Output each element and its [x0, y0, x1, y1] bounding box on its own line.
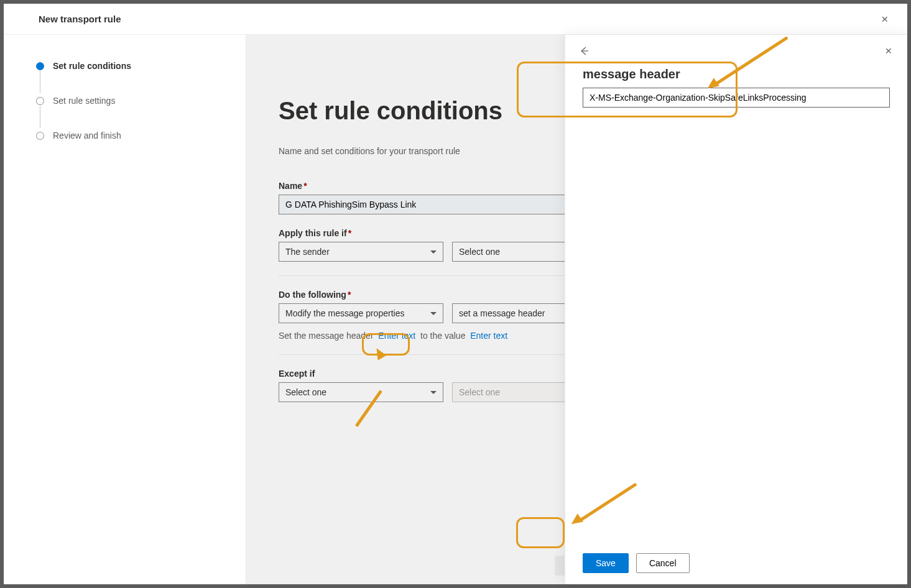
back-icon[interactable]: [574, 41, 594, 61]
action-select[interactable]: Modify the message properties: [279, 303, 443, 323]
step-dot-icon: [36, 62, 44, 70]
step-review-and-finish[interactable]: Review and finish: [36, 128, 221, 143]
flyout-title: message header: [583, 67, 890, 81]
step-label: Review and finish: [53, 131, 121, 140]
save-button[interactable]: Save: [583, 553, 629, 573]
step-label: Set rule settings: [53, 96, 115, 106]
enter-header-value-link[interactable]: Enter text: [470, 331, 507, 341]
enter-header-name-link[interactable]: Enter text: [378, 331, 415, 341]
message-header-flyout: message header Save Cancel: [565, 35, 907, 584]
except-condition-select[interactable]: Select one: [279, 382, 443, 402]
step-dot-icon: [36, 97, 44, 105]
close-icon[interactable]: [875, 9, 895, 29]
step-label: Set rule conditions: [53, 61, 131, 71]
dialog-title: New transport rule: [39, 14, 121, 24]
wizard-steps: Set rule conditions Set rule settings Re…: [4, 35, 246, 584]
apply-condition-select[interactable]: The sender: [279, 242, 443, 262]
step-set-rule-settings[interactable]: Set rule settings: [36, 93, 221, 108]
step-dot-icon: [36, 132, 44, 140]
message-header-input[interactable]: [583, 88, 890, 108]
close-flyout-icon[interactable]: [879, 41, 899, 61]
step-set-rule-conditions[interactable]: Set rule conditions: [36, 58, 221, 73]
cancel-button[interactable]: Cancel: [636, 553, 690, 573]
